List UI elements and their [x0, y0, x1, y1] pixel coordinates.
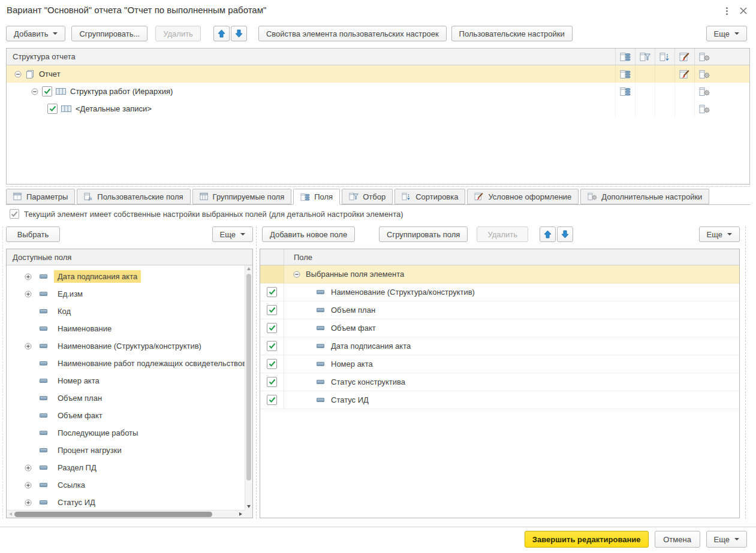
- more-button-right[interactable]: Еще: [699, 226, 740, 242]
- scrollbar-thumb[interactable]: [14, 512, 212, 517]
- structure-row-detail-records[interactable]: <Детальные записи>: [7, 100, 749, 117]
- tab-sorting[interactable]: Сортировка: [394, 189, 465, 204]
- own-settings-checkbox[interactable]: [10, 209, 19, 219]
- tab-custom-fields[interactable]: fx Пользовательские поля: [77, 189, 190, 204]
- available-field-item[interactable]: Дата подписания акта: [7, 268, 245, 285]
- available-field-item[interactable]: Наименование (Структура/конструктив): [7, 337, 245, 355]
- collapse-minus-icon[interactable]: [14, 71, 22, 78]
- scroll-left-icon[interactable]: [9, 512, 12, 516]
- selected-fields-cell-icon[interactable]: [615, 83, 635, 100]
- delete-field-button[interactable]: Удалить: [477, 226, 528, 242]
- available-field-item[interactable]: Код: [7, 303, 245, 320]
- field-checkbox[interactable]: [260, 373, 284, 391]
- selected-fields-toolbar: Добавить новое поле Сгруппировать поля У…: [262, 226, 740, 242]
- add-new-field-button[interactable]: Добавить новое поле: [262, 226, 355, 242]
- group-button[interactable]: Сгруппировать...: [71, 26, 147, 41]
- expand-plus-icon[interactable]: [24, 343, 32, 350]
- group-fields-button[interactable]: Сгруппировать поля: [379, 226, 468, 242]
- vertical-scrollbar[interactable]: [245, 265, 252, 510]
- field-move-up-button[interactable]: [540, 226, 556, 242]
- move-up-button[interactable]: [213, 26, 230, 41]
- close-icon[interactable]: [739, 6, 748, 16]
- available-fields-list: Дата подписания актаЕд.измКодНаименовани…: [7, 265, 245, 510]
- selected-field-label: Объем план: [331, 306, 375, 315]
- field-checkbox[interactable]: [260, 391, 284, 409]
- selected-field-row[interactable]: Наименование (Структура/конструктив): [260, 283, 739, 301]
- available-field-item[interactable]: Наименование: [7, 320, 245, 337]
- settings-cell-icon[interactable]: [694, 65, 714, 83]
- tab-label: Группируемые поля: [213, 192, 285, 201]
- expand-plus-icon[interactable]: [24, 464, 32, 472]
- tab-conditional-appearance[interactable]: Условное оформление: [467, 189, 579, 204]
- settings-icon: [588, 192, 597, 201]
- selected-field-row[interactable]: Объем план: [260, 301, 739, 319]
- element-properties-button[interactable]: Свойства элемента пользовательских настр…: [258, 26, 447, 41]
- checkbox-column-header: [260, 249, 284, 265]
- footer-separator: [0, 527, 756, 527]
- user-settings-button[interactable]: Пользовательские настройки: [451, 26, 573, 41]
- settings-cell-icon[interactable]: [694, 83, 714, 100]
- select-button[interactable]: Выбрать: [6, 226, 60, 242]
- group-row-lead-cell: [260, 265, 284, 283]
- structure-row-report[interactable]: Отчет: [7, 65, 749, 83]
- scroll-right-icon[interactable]: [239, 512, 242, 516]
- field-checkbox[interactable]: [260, 319, 284, 337]
- expand-plus-icon[interactable]: [24, 499, 32, 506]
- tab-additional-settings[interactable]: Дополнительные настройки: [580, 189, 709, 204]
- expand-plus-icon[interactable]: [24, 273, 32, 280]
- more-button-left[interactable]: Еще: [212, 226, 253, 242]
- expand-plus-icon[interactable]: [24, 291, 32, 298]
- structure-row-grouping[interactable]: Структура работ (Иерархия): [7, 83, 749, 100]
- selected-field-row[interactable]: Статус конструктива: [260, 373, 739, 391]
- more-button-footer[interactable]: Еще: [706, 531, 747, 548]
- own-settings-row: Текущий элемент имеет собственные настро…: [10, 209, 403, 219]
- collapse-minus-icon[interactable]: [31, 88, 38, 95]
- tab-fields[interactable]: Поля: [293, 189, 340, 205]
- scroll-up-icon[interactable]: [247, 267, 251, 270]
- available-field-item[interactable]: Наименование работ подлежащих освидетель…: [7, 355, 245, 372]
- field-checkbox[interactable]: [260, 283, 284, 301]
- scroll-down-icon[interactable]: [247, 505, 251, 508]
- available-field-item[interactable]: Ссылка: [7, 476, 245, 494]
- selected-fields-group-row[interactable]: Выбранные поля элемента: [260, 265, 739, 283]
- conditional-appearance-cell-icon[interactable]: [674, 65, 694, 83]
- field-move-down-button[interactable]: [557, 226, 573, 242]
- tab-grouped-fields[interactable]: Группируемые поля: [192, 189, 292, 204]
- available-field-item[interactable]: Ед.изм: [7, 285, 245, 303]
- available-fields-header-label: Доступные поля: [13, 253, 71, 262]
- available-field-item[interactable]: Объем план: [7, 389, 245, 407]
- field-checkbox[interactable]: [260, 355, 284, 373]
- expand-plus-icon[interactable]: [24, 482, 32, 489]
- settings-cell-icon[interactable]: [694, 100, 714, 117]
- available-field-item[interactable]: Раздел ПД: [7, 459, 245, 476]
- selected-field-row[interactable]: Статус ИД: [260, 391, 739, 409]
- tab-filter[interactable]: Отбор: [342, 189, 393, 204]
- move-down-button[interactable]: [231, 26, 247, 41]
- kebab-menu-icon[interactable]: [722, 6, 731, 16]
- field-checkbox[interactable]: [260, 337, 284, 355]
- delete-button[interactable]: Удалить: [155, 26, 201, 41]
- collapse-minus-icon[interactable]: [293, 271, 300, 278]
- finish-editing-button[interactable]: Завершить редактирование: [525, 531, 649, 548]
- available-field-item[interactable]: Последующие работы: [7, 424, 245, 442]
- horizontal-scrollbar[interactable]: [7, 510, 245, 518]
- scrollbar-thumb[interactable]: [246, 274, 251, 481]
- row-checkbox[interactable]: [47, 104, 58, 114]
- selected-field-row[interactable]: Номер акта: [260, 355, 739, 373]
- selected-field-row[interactable]: Объем факт: [260, 319, 739, 337]
- field-checkbox[interactable]: [260, 301, 284, 319]
- available-field-item[interactable]: Статус ИД: [7, 494, 245, 510]
- add-new-field-label: Добавить новое поле: [270, 230, 347, 239]
- available-field-item[interactable]: Процент нагрузки: [7, 442, 245, 459]
- tab-parameters[interactable]: Параметры: [6, 189, 75, 204]
- available-field-item[interactable]: Объем факт: [7, 407, 245, 424]
- panel-splitter[interactable]: [256, 226, 257, 519]
- selected-fields-header: Поле: [260, 249, 739, 265]
- available-field-item[interactable]: Номер акта: [7, 372, 245, 389]
- selected-fields-cell-icon[interactable]: [615, 65, 635, 83]
- selected-field-row[interactable]: Дата подписания акта: [260, 337, 739, 355]
- add-button[interactable]: Добавить: [6, 26, 65, 41]
- more-button-top[interactable]: Еще: [706, 26, 747, 41]
- cancel-button[interactable]: Отмена: [655, 531, 700, 548]
- row-checkbox[interactable]: [42, 86, 52, 96]
